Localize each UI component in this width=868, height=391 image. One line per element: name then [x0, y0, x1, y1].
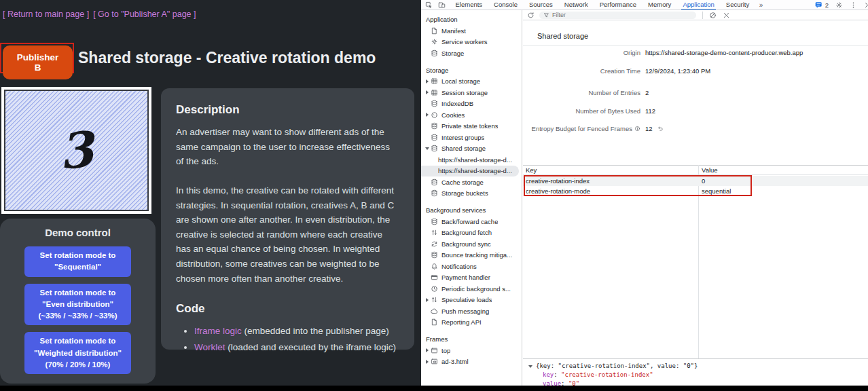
rotation-mode-button-1[interactable]: Set rotation mode to"Sequential": [24, 246, 131, 277]
column-header-value[interactable]: Value: [698, 166, 718, 174]
nav-link-return-to-main-page[interactable]: [ Return to main page ]: [3, 10, 89, 19]
sidebar-item-label: Bounce tracking mitiga...: [441, 251, 512, 259]
tab-performance[interactable]: Performance: [594, 0, 642, 10]
sidebar-item-bounce-tracking-mitiga[interactable]: Bounce tracking mitiga...: [421, 250, 522, 261]
sidebar-item-shared-storage[interactable]: Shared storage: [421, 143, 522, 155]
sidebar-item-label: top: [441, 347, 450, 354]
sidebar-item-label: Shared storage: [441, 145, 486, 152]
sidebar-item-service-workers[interactable]: Service workers: [421, 37, 522, 48]
device-toolbar-icon[interactable]: [437, 1, 446, 9]
database-icon: [431, 179, 438, 186]
expand-arrow-slot: [424, 298, 430, 302]
table-row-creative-rotation-mode[interactable]: creative-rotation-modesequential: [523, 186, 868, 196]
publisher-badge[interactable]: Publisher B: [3, 45, 73, 79]
sidebar-item-push-messaging[interactable]: Push messaging: [421, 305, 522, 317]
issues-icon[interactable]: [815, 1, 823, 9]
field-value: 2: [645, 89, 649, 96]
button-line: Set rotation mode to: [26, 250, 130, 261]
tab-application[interactable]: Application: [677, 0, 720, 10]
sidebar-item-local-storage[interactable]: Local storage: [421, 76, 522, 88]
code-link-iframe-logic[interactable]: Iframe logic: [194, 326, 242, 336]
sidebar-item-storage-buckets[interactable]: Storage buckets: [421, 188, 522, 200]
sidebar-item-speculative-loads[interactable]: Speculative loads: [421, 295, 522, 306]
sidebar-item-payment-handler[interactable]: Payment handler: [421, 272, 522, 284]
column-header-key[interactable]: Key: [523, 166, 698, 174]
code-link-worklet[interactable]: Worklet: [194, 342, 225, 352]
clear-entries-icon[interactable]: [708, 11, 717, 19]
sidebar-item-indexeddb[interactable]: IndexedDB: [421, 98, 522, 110]
close-icon[interactable]: [863, 1, 868, 9]
code-title: Code: [176, 299, 399, 318]
kebab-menu-icon[interactable]: [849, 1, 857, 9]
gear-icon[interactable]: [835, 1, 843, 9]
chevron-right-icon[interactable]: [426, 360, 429, 364]
rotation-mode-button-3[interactable]: Set rotation mode to"Weighted distributi…: [24, 332, 131, 374]
expander-arrow-icon[interactable]: [528, 365, 532, 368]
tab-network[interactable]: Network: [558, 0, 594, 10]
filter-pill[interactable]: [539, 12, 696, 19]
button-line: Set rotation mode to: [26, 335, 130, 347]
tab-console[interactable]: Console: [488, 0, 524, 10]
application-sidebar: ApplicationManifestService workersStorag…: [421, 10, 522, 386]
inspect-icon[interactable]: [424, 1, 433, 9]
delete-icon[interactable]: [722, 11, 730, 19]
chevron-right-icon[interactable]: [426, 348, 429, 352]
chevron-right-icon[interactable]: [426, 298, 429, 302]
sidebar-item-storage[interactable]: Storage: [421, 48, 522, 59]
field-label: Entropy Budget for Fenced Frames: [523, 125, 640, 132]
chevron-right-icon[interactable]: [426, 90, 429, 94]
database-icon: [431, 122, 438, 130]
sidebar-item-https-shared-storage-d[interactable]: https://shared-storage-d...: [421, 154, 522, 166]
property-colon: :: [554, 371, 561, 378]
sidebar-item-back-forward-cache[interactable]: Back/forward cache: [421, 216, 522, 227]
sidebar-item-top[interactable]: top: [421, 345, 522, 356]
sidebar-item-ad-3-html[interactable]: ad-3.html: [421, 356, 522, 368]
tab-elements[interactable]: Elements: [450, 0, 488, 10]
nav-link-go-to-publisher-a-page[interactable]: [ Go to "Publisher A" page ]: [93, 10, 196, 19]
field-value: 12/9/2024, 1:23:40 PM: [645, 67, 710, 75]
tab-sources[interactable]: Sources: [523, 0, 558, 10]
page-title: Shared storage - Creative rotation demo: [78, 49, 376, 67]
chevron-right-icon[interactable]: [426, 79, 429, 83]
sidebar-item-private-state-tokens[interactable]: Private state tokens: [421, 121, 522, 132]
sidebar-item-label: Interest groups: [441, 134, 484, 141]
code-list-item: Iframe logic (embedded into the publishe…: [194, 324, 399, 339]
reset-budget-icon[interactable]: [657, 126, 664, 132]
sidebar-item-reporting-api[interactable]: Reporting API: [421, 317, 522, 329]
database-icon: [431, 218, 438, 225]
filter-input[interactable]: [552, 12, 692, 18]
sidebar-item-https-shared-storage-d[interactable]: https://shared-storage-d...: [421, 166, 519, 177]
sidebar-item-session-storage[interactable]: Session storage: [421, 87, 522, 98]
sidebar-section-background-services: Background services: [421, 204, 522, 216]
table-row-creative-rotation-index[interactable]: creative-rotation-index0: [523, 176, 868, 186]
sidebar-item-cache-storage[interactable]: Cache storage: [421, 176, 522, 188]
sidebar-item-background-fetch[interactable]: Background fetch: [421, 227, 522, 239]
bottom-strip: [0, 386, 868, 391]
sidebar-item-notifications[interactable]: Notifications: [421, 261, 522, 272]
more-tabs-icon[interactable]: »: [755, 1, 767, 9]
sidebar-item-manifest[interactable]: Manifest: [421, 25, 522, 37]
info-icon[interactable]: [634, 126, 640, 132]
sidebar-item-label: Payment handler: [441, 274, 490, 281]
sidebar-item-label: Push messaging: [441, 308, 489, 315]
sidebar-item-label: Back/forward cache: [441, 218, 498, 225]
sidebar-item-interest-groups[interactable]: Interest groups: [421, 132, 522, 143]
sidebar-item-periodic-background-s[interactable]: Periodic background s...: [421, 283, 522, 295]
sidebar-item-label: Local storage: [441, 77, 480, 85]
tab-memory[interactable]: Memory: [643, 0, 677, 10]
refresh-icon[interactable]: [526, 11, 535, 19]
sidebar-item-background-sync[interactable]: Background sync: [421, 238, 522, 250]
sidebar-item-label: Speculative loads: [441, 296, 492, 303]
chevron-down-icon[interactable]: [425, 147, 429, 150]
toolbar-divider: [702, 12, 703, 19]
sidebar-item-cookies[interactable]: Cookies: [421, 109, 522, 121]
devtools-panel: ElementsConsoleSourcesNetworkPerformance…: [421, 0, 868, 386]
cell-key: creative-rotation-index: [523, 177, 698, 185]
tab-security[interactable]: Security: [720, 0, 755, 10]
rotation-mode-button-2[interactable]: Set rotation mode to"Even distribution"(…: [24, 284, 131, 326]
sidebar-section-application: Application: [421, 14, 522, 25]
chevron-right-icon[interactable]: [426, 113, 429, 117]
database-icon: [431, 189, 438, 197]
demo-control-title: Demo control: [0, 227, 156, 238]
table-icon: [431, 77, 438, 85]
